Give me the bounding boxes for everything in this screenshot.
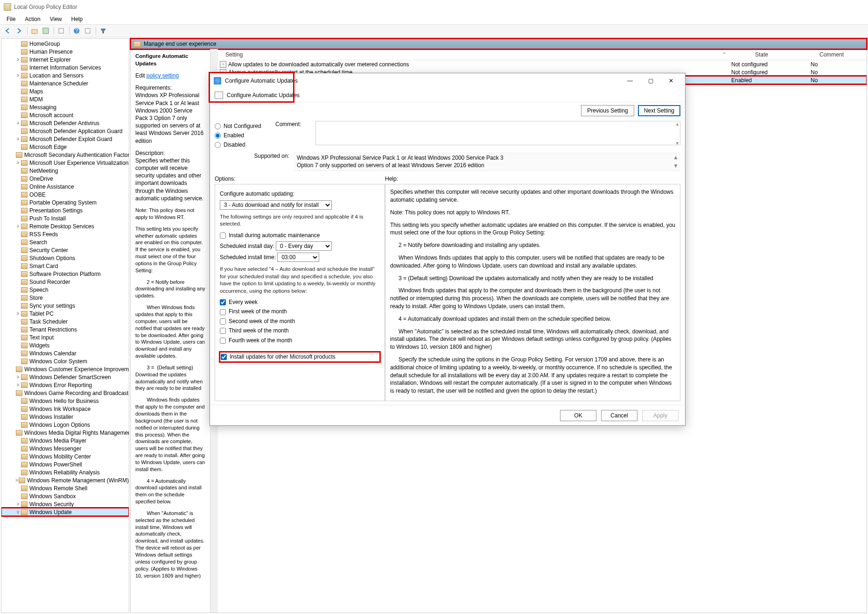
tree-item[interactable]: Windows Color System xyxy=(1,357,129,365)
tree-item[interactable]: vWindows Update xyxy=(1,508,129,516)
col-setting[interactable]: Setting xyxy=(218,51,722,58)
tree-item[interactable]: >Windows Remote Management (WinRM) xyxy=(1,476,129,484)
tree-item[interactable]: OneDrive xyxy=(1,175,129,183)
tree-item[interactable]: OOBE xyxy=(1,191,129,198)
cb-every-week[interactable]: Every week xyxy=(220,298,380,306)
tree-item[interactable]: Text Input xyxy=(1,333,129,341)
tree-twisty[interactable]: > xyxy=(15,57,21,62)
tree-item[interactable]: MDM xyxy=(1,95,129,103)
radio-disabled[interactable]: Disabled xyxy=(215,141,275,148)
day-select[interactable]: 0 - Every day xyxy=(276,241,332,251)
previous-setting-button[interactable]: Previous Setting xyxy=(581,105,634,116)
tree-item[interactable]: Online Assistance xyxy=(1,183,129,191)
col-state[interactable]: State xyxy=(727,51,797,58)
tree-item[interactable]: >Microsoft Defender Exploit Guard xyxy=(1,135,129,143)
tree-item[interactable]: Microsoft Defender Application Guard xyxy=(1,127,129,135)
tree-item[interactable]: Microsoft Edge xyxy=(1,143,129,151)
tree-item[interactable]: >Windows Error Reporting xyxy=(1,381,129,389)
tree-twisty[interactable]: > xyxy=(15,478,18,483)
tree-item[interactable]: Windows Logon Options xyxy=(1,421,129,429)
maximize-button[interactable]: ▢ xyxy=(640,74,661,87)
comment-scroll-down[interactable]: ▼ xyxy=(675,141,679,146)
tree-item[interactable]: Windows Customer Experience Improvement … xyxy=(1,365,129,373)
tree-item[interactable]: Windows Hello for Business xyxy=(1,397,129,405)
tree-item[interactable]: Microsoft account xyxy=(1,111,129,119)
help-button[interactable]: ? xyxy=(71,26,82,36)
tree-item[interactable]: Sound Recorder xyxy=(1,278,129,286)
tree-twisty[interactable]: > xyxy=(15,136,21,141)
cfg-select[interactable]: 3 - Auto download and notify for install xyxy=(220,200,332,210)
cb-maintenance[interactable]: Install during automatic maintenance xyxy=(220,232,380,240)
tree-item[interactable]: Windows Mobility Center xyxy=(1,452,129,460)
time-select[interactable]: 03:00 xyxy=(277,253,319,262)
tree-item[interactable]: Tenant Restrictions xyxy=(1,325,129,333)
tree-item[interactable]: Windows Calendar xyxy=(1,349,129,357)
tree-item[interactable]: >Remote Desktop Services xyxy=(1,222,129,230)
menu-help[interactable]: Help xyxy=(67,15,88,23)
show-hide-button[interactable] xyxy=(41,26,51,36)
tree-item[interactable]: Push To Install xyxy=(1,214,129,222)
tree-twisty[interactable]: > xyxy=(15,382,21,388)
tree-item[interactable]: Task Scheduler xyxy=(1,318,129,325)
supported-scroll-up[interactable]: ▲ xyxy=(673,154,679,162)
back-button[interactable] xyxy=(3,26,13,36)
export-button[interactable] xyxy=(56,26,66,36)
supported-scroll-down[interactable]: ▼ xyxy=(673,162,679,170)
tree-twisty[interactable]: > xyxy=(15,501,21,507)
tree-item[interactable]: Presentation Settings xyxy=(1,206,129,214)
tree-twisty[interactable]: > xyxy=(15,120,21,126)
tree-item[interactable]: Windows Game Recording and Broadcasting xyxy=(1,389,129,397)
tree-item[interactable]: Windows Installer xyxy=(1,413,129,421)
radio-enabled[interactable]: Enabled xyxy=(215,132,275,139)
cancel-button[interactable]: Cancel xyxy=(601,410,637,421)
tree-item[interactable]: Software Protection Platform xyxy=(1,270,129,278)
tree-item[interactable]: Smart Card xyxy=(1,262,129,270)
tree-item[interactable]: Shutdown Options xyxy=(1,254,129,262)
tree-item[interactable]: Windows Remote Shell xyxy=(1,484,129,492)
tree-item[interactable]: >Microsoft Defender Antivirus xyxy=(1,119,129,127)
tree-item[interactable]: Portable Operating System xyxy=(1,198,129,206)
tree-twisty[interactable]: > xyxy=(15,311,21,316)
tree-item[interactable]: Internet Information Services xyxy=(1,64,129,71)
edit-policy-link[interactable]: policy setting xyxy=(147,72,179,79)
tree-item[interactable]: Human Presence xyxy=(1,48,129,56)
tree-twisty[interactable]: > xyxy=(15,160,21,165)
tree-item[interactable]: Widgets xyxy=(1,341,129,349)
tree-twisty[interactable]: > xyxy=(15,224,21,229)
tree-item[interactable]: Microsoft Secondary Authentication Facto… xyxy=(1,151,129,159)
up-button[interactable] xyxy=(29,26,40,36)
properties-button[interactable] xyxy=(83,26,93,36)
menu-action[interactable]: Action xyxy=(20,15,45,23)
tree-item[interactable]: HomeGroup xyxy=(1,40,129,48)
ok-button[interactable]: OK xyxy=(560,410,596,421)
cb-week4[interactable]: Fourth week of the month xyxy=(220,337,380,345)
next-setting-button[interactable]: Next Setting xyxy=(638,105,680,116)
tree-item[interactable]: >Windows Defender SmartScreen xyxy=(1,373,129,381)
tree-item[interactable]: NetMeeting xyxy=(1,167,129,175)
tree-item[interactable]: Store xyxy=(1,294,129,302)
tree-item[interactable]: Speech xyxy=(1,286,129,294)
comment-scroll-up[interactable]: ▲ xyxy=(675,122,679,127)
tree-item[interactable]: Windows Ink Workspace xyxy=(1,405,129,413)
col-comment[interactable]: Comment xyxy=(797,51,867,58)
tree-item[interactable]: Sync your settings xyxy=(1,302,129,310)
tree-item[interactable]: Windows Media Digital Rights Management xyxy=(1,429,129,437)
cb-week1[interactable]: First week of the month xyxy=(220,308,380,316)
tree-item[interactable]: Windows Reliability Analysis xyxy=(1,468,129,476)
menu-file[interactable]: File xyxy=(2,15,20,23)
radio-not-configured[interactable]: Not Configured xyxy=(215,123,275,129)
forward-button[interactable] xyxy=(14,26,24,36)
close-button[interactable]: ✕ xyxy=(661,74,681,87)
tree-item[interactable]: >Tablet PC xyxy=(1,310,129,318)
minimize-button[interactable]: — xyxy=(620,74,640,87)
tree-item[interactable]: Maps xyxy=(1,87,129,95)
cb-week3[interactable]: Third week of the month xyxy=(220,327,380,335)
tree-item[interactable]: Messaging xyxy=(1,103,129,111)
tree-item[interactable]: >Microsoft User Experience Virtualizatio… xyxy=(1,159,129,167)
comment-textarea[interactable] xyxy=(315,121,680,145)
cb-week2[interactable]: Second week of the month xyxy=(220,318,380,325)
tree-item[interactable]: Security Center xyxy=(1,246,129,254)
tree-item[interactable]: >Internet Explorer xyxy=(1,56,129,64)
tree-item[interactable]: Windows Messenger xyxy=(1,445,129,452)
apply-button[interactable]: Apply xyxy=(642,410,679,421)
